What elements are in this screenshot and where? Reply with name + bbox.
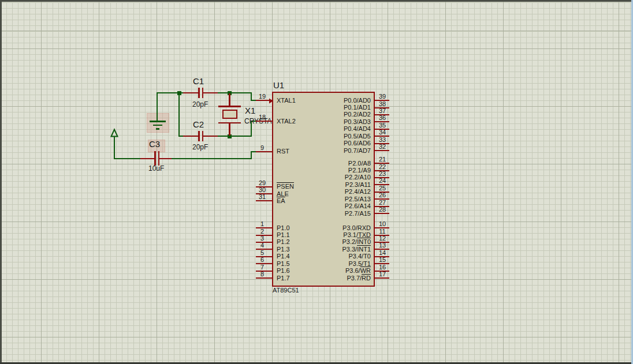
schematic-canvas[interactable]: C1 20pF C2 20pF C3 10uF X1 CRYSTAL U1 AT… xyxy=(0,0,633,364)
wire-arrowhead-icon xyxy=(0,0,633,364)
border-left xyxy=(0,0,2,364)
border-top xyxy=(0,0,633,2)
